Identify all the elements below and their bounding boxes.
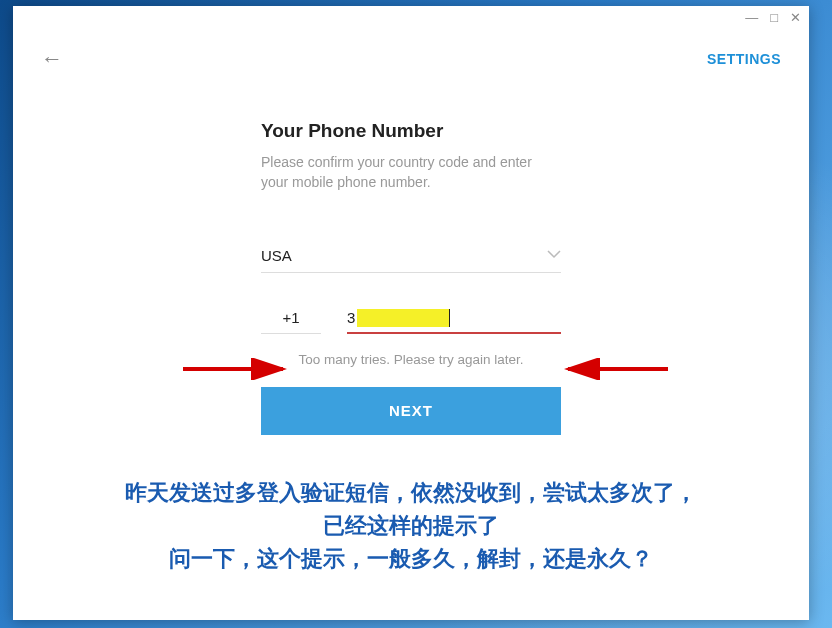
login-form: Your Phone Number Please confirm your co… bbox=[261, 120, 561, 435]
redacted-highlight bbox=[357, 309, 449, 327]
next-button[interactable]: NEXT bbox=[261, 387, 561, 435]
window-titlebar: — □ ✕ bbox=[13, 6, 809, 28]
annotation-arrow-left-icon bbox=[183, 358, 293, 380]
annotation-line2: 已经这样的提示了 bbox=[31, 509, 791, 542]
header-row: ← SETTINGS bbox=[13, 28, 809, 72]
page-subtitle: Please confirm your country code and ent… bbox=[261, 152, 561, 193]
page-title: Your Phone Number bbox=[261, 120, 561, 142]
text-caret bbox=[449, 309, 450, 327]
close-button[interactable]: ✕ bbox=[790, 11, 801, 24]
phone-row: +1 3 bbox=[261, 309, 561, 334]
annotation-arrow-right-icon bbox=[558, 358, 668, 380]
minimize-button[interactable]: — bbox=[745, 11, 758, 24]
back-arrow-icon[interactable]: ← bbox=[41, 46, 63, 72]
annotation-text: 昨天发送过多登入验证短信，依然没收到，尝试太多次了， 已经这样的提示了 问一下，… bbox=[31, 476, 791, 575]
app-window: — □ ✕ ← SETTINGS Your Phone Number Pleas… bbox=[13, 6, 809, 620]
chevron-down-icon bbox=[547, 248, 561, 262]
phone-prefix: 3 bbox=[347, 309, 355, 326]
settings-link[interactable]: SETTINGS bbox=[707, 51, 781, 67]
annotation-line1: 昨天发送过多登入验证短信，依然没收到，尝试太多次了， bbox=[31, 476, 791, 509]
phone-number-input[interactable]: 3 bbox=[347, 309, 561, 334]
country-select[interactable]: USA bbox=[261, 247, 561, 273]
country-value: USA bbox=[261, 247, 292, 264]
annotation-line3: 问一下，这个提示，一般多久，解封，还是永久？ bbox=[31, 542, 791, 575]
maximize-button[interactable]: □ bbox=[770, 11, 778, 24]
error-message: Too many tries. Please try again later. bbox=[261, 352, 561, 367]
dial-code-input[interactable]: +1 bbox=[261, 309, 321, 334]
